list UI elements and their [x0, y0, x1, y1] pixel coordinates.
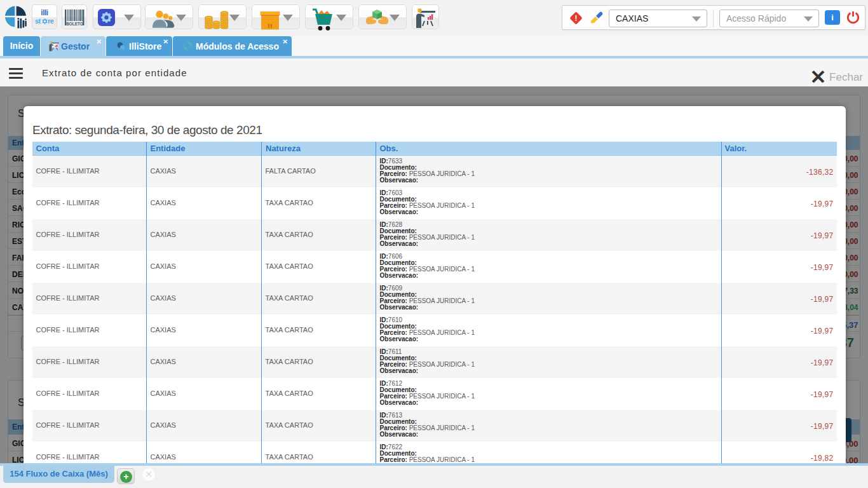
svg-text:BOLETO: BOLETO [66, 22, 83, 26]
svg-text:!: ! [575, 14, 578, 23]
